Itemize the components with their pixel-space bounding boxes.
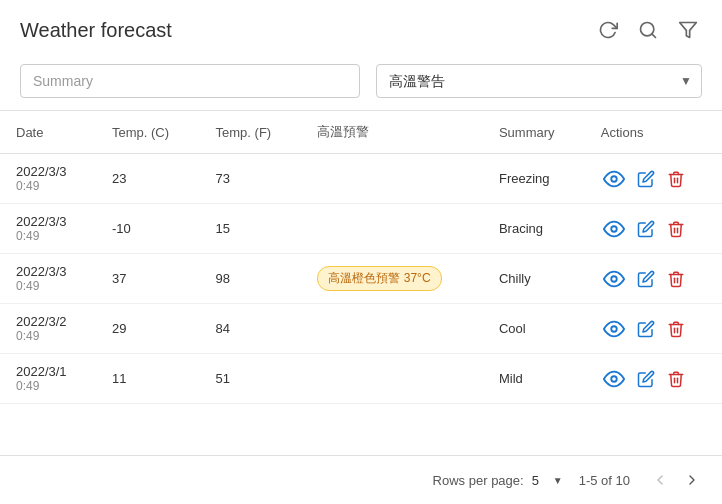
eye-icon: [603, 218, 625, 240]
cell-summary: Bracing: [483, 204, 585, 254]
cell-temp-f: 98: [200, 254, 302, 304]
view-button[interactable]: [601, 266, 627, 292]
delete-button[interactable]: [665, 368, 687, 390]
app-container: Weather forecast: [0, 0, 722, 504]
rows-per-page-select-wrap: 5 10 25 ▼: [532, 473, 563, 488]
edit-button[interactable]: [635, 268, 657, 290]
view-button[interactable]: [601, 166, 627, 192]
cell-summary: Chilly: [483, 254, 585, 304]
svg-point-6: [611, 326, 617, 332]
pagination-buttons: [646, 466, 706, 494]
cell-actions: [585, 354, 722, 404]
col-temp-f: Temp. (F): [200, 111, 302, 154]
cell-date: 2022/3/30:49: [0, 154, 96, 204]
warning-badge: 高溫橙色預警 37°C: [317, 266, 441, 291]
rows-per-page: Rows per page: 5 10 25 ▼: [433, 473, 563, 488]
warning-filter-wrap: 高溫警告 全部 橙色警告 紅色警告 ▼: [376, 64, 702, 98]
eye-icon: [603, 368, 625, 390]
view-button[interactable]: [601, 366, 627, 392]
pencil-icon: [637, 320, 655, 338]
cell-date: 2022/3/10:49: [0, 354, 96, 404]
chevron-left-icon: [652, 472, 668, 488]
delete-button[interactable]: [665, 218, 687, 240]
svg-marker-2: [680, 23, 697, 38]
svg-point-4: [611, 226, 617, 232]
table-header-row: Date Temp. (C) Temp. (F) 高溫預警 Summary Ac…: [0, 111, 722, 154]
svg-line-1: [652, 34, 656, 38]
edit-button[interactable]: [635, 318, 657, 340]
prev-page-button[interactable]: [646, 466, 674, 494]
col-warning: 高溫預警: [301, 111, 483, 154]
cell-actions: [585, 254, 722, 304]
header: Weather forecast: [0, 0, 722, 56]
search-icon: [638, 20, 658, 40]
filter-button[interactable]: [674, 16, 702, 44]
cell-temp-c: 23: [96, 154, 200, 204]
eye-icon: [603, 268, 625, 290]
pencil-icon: [637, 220, 655, 238]
table-row: 2022/3/10:491151Mild: [0, 354, 722, 404]
view-button[interactable]: [601, 316, 627, 342]
trash-icon: [667, 220, 685, 238]
edit-button[interactable]: [635, 168, 657, 190]
cell-warning: 高溫橙色預警 37°C: [301, 254, 483, 304]
refresh-button[interactable]: [594, 16, 622, 44]
trash-icon: [667, 170, 685, 188]
cell-summary: Mild: [483, 354, 585, 404]
delete-button[interactable]: [665, 268, 687, 290]
table-row: 2022/3/20:492984Cool: [0, 304, 722, 354]
cell-date: 2022/3/30:49: [0, 254, 96, 304]
filter-icon: [678, 20, 698, 40]
cell-warning: [301, 204, 483, 254]
cell-temp-f: 84: [200, 304, 302, 354]
cell-temp-f: 73: [200, 154, 302, 204]
footer: Rows per page: 5 10 25 ▼ 1-5 of 10: [0, 455, 722, 504]
table-row: 2022/3/30:49-1015Bracing: [0, 204, 722, 254]
cell-actions: [585, 154, 722, 204]
rows-per-page-label: Rows per page:: [433, 473, 524, 488]
trash-icon: [667, 370, 685, 388]
cell-temp-c: 37: [96, 254, 200, 304]
pencil-icon: [637, 270, 655, 288]
cell-temp-f: 51: [200, 354, 302, 404]
header-icons: [594, 16, 702, 44]
cell-temp-c: 11: [96, 354, 200, 404]
cell-temp-c: -10: [96, 204, 200, 254]
data-table: Date Temp. (C) Temp. (F) 高溫預警 Summary Ac…: [0, 111, 722, 404]
cell-warning: [301, 354, 483, 404]
eye-icon: [603, 168, 625, 190]
filter-row: 高溫警告 全部 橙色警告 紅色警告 ▼: [0, 56, 722, 110]
summary-input[interactable]: [20, 64, 360, 98]
svg-point-7: [611, 376, 617, 382]
svg-point-3: [611, 176, 617, 182]
cell-temp-f: 15: [200, 204, 302, 254]
svg-point-5: [611, 276, 617, 282]
col-temp-c: Temp. (C): [96, 111, 200, 154]
cell-summary: Freezing: [483, 154, 585, 204]
edit-button[interactable]: [635, 368, 657, 390]
delete-button[interactable]: [665, 168, 687, 190]
view-button[interactable]: [601, 216, 627, 242]
refresh-icon: [598, 20, 618, 40]
cell-date: 2022/3/20:49: [0, 304, 96, 354]
cell-actions: [585, 204, 722, 254]
trash-icon: [667, 320, 685, 338]
search-button[interactable]: [634, 16, 662, 44]
delete-button[interactable]: [665, 318, 687, 340]
eye-icon: [603, 318, 625, 340]
summary-filter-wrap: [20, 64, 360, 98]
cell-temp-c: 29: [96, 304, 200, 354]
warning-select[interactable]: 高溫警告 全部 橙色警告 紅色警告: [376, 64, 702, 98]
next-page-button[interactable]: [678, 466, 706, 494]
page-title: Weather forecast: [20, 19, 172, 42]
page-info: 1-5 of 10: [579, 473, 630, 488]
table-row: 2022/3/30:493798高溫橙色預警 37°CChilly: [0, 254, 722, 304]
table-row: 2022/3/30:492373Freezing: [0, 154, 722, 204]
cell-summary: Cool: [483, 304, 585, 354]
cell-warning: [301, 304, 483, 354]
rows-per-page-select[interactable]: 5 10 25: [532, 473, 563, 488]
table-wrap: Date Temp. (C) Temp. (F) 高溫預警 Summary Ac…: [0, 111, 722, 455]
chevron-right-icon: [684, 472, 700, 488]
edit-button[interactable]: [635, 218, 657, 240]
col-date: Date: [0, 111, 96, 154]
